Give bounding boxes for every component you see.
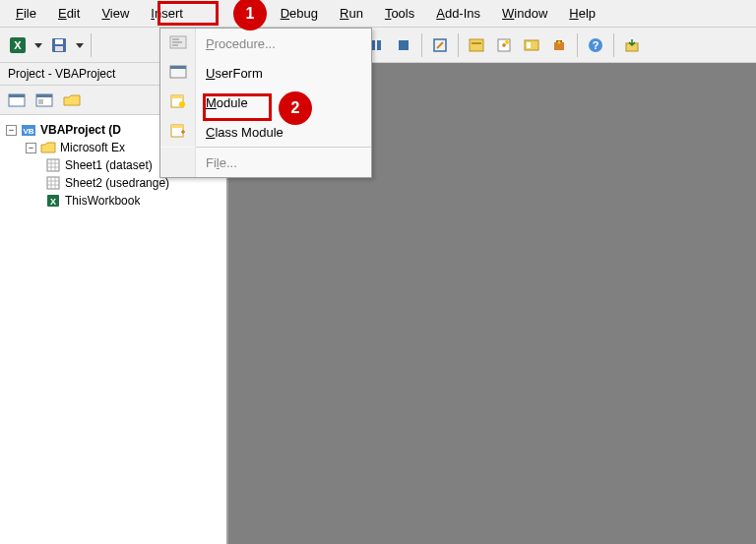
svg-rect-32 xyxy=(170,66,186,69)
svg-text:VB: VB xyxy=(23,127,33,136)
dropdown-arrow-icon[interactable] xyxy=(75,41,85,49)
svg-rect-3 xyxy=(55,39,63,44)
svg-point-35 xyxy=(179,101,185,107)
svg-point-12 xyxy=(505,40,509,44)
stop-icon[interactable] xyxy=(392,33,415,57)
save-icon[interactable] xyxy=(47,33,71,57)
view-object-icon[interactable] xyxy=(32,89,57,112)
menu-help[interactable]: Help xyxy=(559,2,605,25)
menu-item-module[interactable]: Module xyxy=(160,88,371,117)
svg-rect-34 xyxy=(171,95,183,98)
userform-icon xyxy=(169,65,187,82)
tree-label: VBAProject (D xyxy=(40,123,121,137)
svg-rect-37 xyxy=(171,125,183,128)
menu-tools[interactable]: Tools xyxy=(375,2,424,25)
dropdown-arrow-icon[interactable] xyxy=(33,41,43,49)
tree-item-thisworkbook[interactable]: X ThisWorkbook xyxy=(2,192,224,210)
menu-item-file[interactable]: File... xyxy=(160,148,371,177)
help-icon[interactable]: ? xyxy=(584,33,607,57)
menu-item-label: Class Module xyxy=(196,125,371,140)
svg-text:X: X xyxy=(50,197,56,207)
svg-text:X: X xyxy=(14,39,22,51)
folder-toggle-icon[interactable] xyxy=(59,89,85,112)
office-button-icon[interactable] xyxy=(620,33,644,57)
svg-rect-9 xyxy=(470,39,483,51)
view-code-icon[interactable] xyxy=(4,89,30,112)
tree-label: Sheet1 (dataset) xyxy=(65,158,153,172)
properties-icon[interactable] xyxy=(492,33,516,57)
annotation-callout-2: 2 xyxy=(279,91,312,125)
menu-item-label: UserForm xyxy=(196,66,371,81)
svg-rect-27 xyxy=(47,177,59,189)
svg-rect-26 xyxy=(47,159,59,171)
menu-item-userform[interactable]: UserForm xyxy=(160,58,371,88)
toolbar-separator xyxy=(577,33,578,57)
tree-label: ThisWorkbook xyxy=(65,194,140,208)
toolbox-icon[interactable] xyxy=(547,33,571,57)
menu-insert[interactable]: Insert xyxy=(141,2,193,25)
tree-label: Sheet2 (usedrange) xyxy=(65,176,169,190)
toolbar-separator xyxy=(91,33,92,57)
menu-view[interactable]: View xyxy=(92,2,139,25)
svg-rect-20 xyxy=(9,94,25,97)
toolbar-separator xyxy=(458,33,459,57)
svg-rect-7 xyxy=(399,40,409,50)
folder-open-icon xyxy=(40,140,56,155)
menu-window[interactable]: Window xyxy=(492,2,557,25)
vba-project-icon: VB xyxy=(21,122,36,138)
svg-rect-22 xyxy=(36,94,52,97)
svg-rect-10 xyxy=(472,42,481,44)
menu-edit[interactable]: Edit xyxy=(48,2,90,25)
collapse-icon[interactable]: − xyxy=(6,125,17,136)
svg-rect-4 xyxy=(55,46,63,51)
svg-point-15 xyxy=(558,40,561,43)
excel-icon[interactable]: X xyxy=(6,33,30,57)
worksheet-icon xyxy=(45,157,61,173)
menu-debug[interactable]: Debug xyxy=(271,2,328,25)
object-browser-icon[interactable] xyxy=(520,33,543,57)
menu-addins[interactable]: Add-Ins xyxy=(426,2,490,25)
design-mode-icon[interactable] xyxy=(428,33,452,57)
menubar: File Edit View Insert at Debug Run Tools… xyxy=(0,0,756,28)
svg-rect-14 xyxy=(527,42,531,48)
workbook-icon: X xyxy=(45,193,61,209)
toolbar-separator xyxy=(421,33,422,57)
toolbar: X ? xyxy=(0,28,756,63)
menu-item-classmodule[interactable]: Class Module xyxy=(160,117,371,147)
main-area: Project - VBAProject − VB VBAProject (D … xyxy=(0,63,756,544)
class-module-icon xyxy=(169,124,187,141)
menu-file[interactable]: File xyxy=(6,2,46,25)
menu-item-label: File... xyxy=(196,155,371,170)
insert-menu-dropdown: Procedure... UserForm Module Class Modul… xyxy=(159,28,372,178)
tree-label: Microsoft Ex xyxy=(60,141,125,154)
svg-rect-23 xyxy=(38,99,43,104)
svg-rect-6 xyxy=(377,40,381,50)
menu-item-label: Procedure... xyxy=(196,36,371,51)
menu-item-procedure[interactable]: Procedure... xyxy=(160,29,371,58)
collapse-icon[interactable]: − xyxy=(26,143,36,153)
module-icon xyxy=(169,94,187,111)
worksheet-icon xyxy=(45,175,61,191)
menu-run[interactable]: Run xyxy=(330,2,373,25)
procedure-icon xyxy=(169,35,187,52)
toolbar-separator xyxy=(613,33,614,57)
project-explorer-icon[interactable] xyxy=(465,33,488,57)
svg-text:?: ? xyxy=(593,39,599,51)
